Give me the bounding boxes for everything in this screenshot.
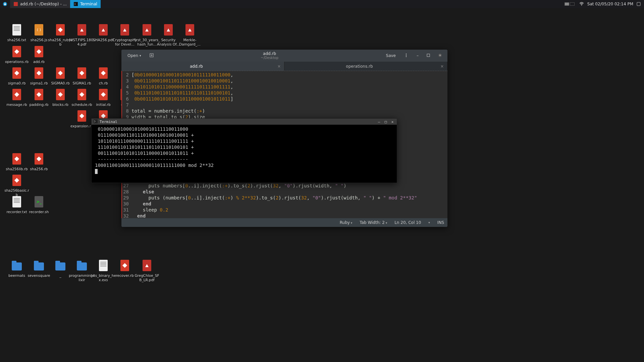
desktop-icon[interactable]: sha256basic.rb [3, 174, 30, 197]
desktop-icon-label: sha256.txt [7, 38, 26, 42]
minimize-icon[interactable]: – [377, 120, 381, 124]
desktop-icon-label: Merkle-Damgard_... [176, 38, 203, 46]
desktop-icon[interactable]: Merkle-Damgard_... [176, 23, 203, 46]
desktop-icon-label: add.rb [33, 60, 45, 64]
desktop-icon-label: SIGMA1.rb [72, 81, 91, 85]
rb-file-icon [34, 88, 44, 101]
maximize-icon[interactable]: □ [383, 120, 388, 124]
editor-tab[interactable]: add.rb× [121, 62, 284, 71]
rb-file-icon [76, 66, 87, 80]
txt-file-icon [98, 259, 109, 272]
svg-point-6 [406, 53, 407, 54]
desktop-icon[interactable]: sha256.rb [25, 152, 52, 171]
folder-file-icon [34, 259, 44, 272]
desktop-icon-label: operations.rb [5, 60, 29, 64]
hamburger-menu-icon[interactable] [401, 52, 411, 60]
header-title: add.rb ~/Desktop [159, 52, 381, 60]
tab-width-selector[interactable]: Tab Width: 2 [360, 220, 387, 225]
desktop-icon-label: beermats [8, 274, 25, 278]
svg-rect-11 [94, 119, 98, 123]
folder-file-icon [76, 259, 87, 272]
tab-label: operations.rb [284, 64, 434, 69]
terminal-titlebar[interactable]: Terminal – □ ✕ [92, 119, 397, 125]
rb-file-icon [76, 109, 87, 123]
svg-point-7 [406, 55, 407, 55]
terminal-body[interactable]: 01000010100010100010111110011000 0111000… [92, 125, 397, 183]
terminal-title: Terminal [100, 120, 117, 124]
clock[interactable]: Sat 02/05/20 02:14 PM [587, 2, 633, 6]
maximize-icon[interactable] [424, 52, 433, 59]
new-tab-button[interactable] [147, 52, 156, 60]
dropdown-icon[interactable]: ▾ [428, 221, 430, 224]
terminal-window: Terminal – □ ✕ 0100001010001010001011111… [91, 118, 397, 183]
svg-rect-2 [74, 2, 78, 6]
desktop-icon-label: recorder.txt [6, 210, 27, 214]
notification-icon[interactable] [637, 2, 641, 6]
pdf-file-icon [98, 23, 109, 37]
rb-file-icon [98, 66, 109, 80]
cursor-position: Ln 20, Col 10 [394, 220, 421, 225]
svg-point-3 [581, 5, 582, 6]
wifi-icon[interactable] [579, 2, 584, 6]
txt-file-icon [11, 23, 22, 37]
js-file-icon: { } [34, 23, 44, 37]
rb-file-icon [119, 259, 130, 272]
insert-mode: INS [437, 220, 444, 225]
tab-label: add.rb [121, 64, 271, 69]
tab-close-icon[interactable]: × [437, 64, 447, 69]
editor-tab[interactable]: operations.rb× [284, 62, 447, 71]
language-selector[interactable]: Ruby [340, 220, 353, 225]
rb-file-icon [11, 45, 22, 58]
task-label: add.rb (~/Desktop) - ... [20, 2, 67, 6]
desktop-icon[interactable]: >_recorder.sh [25, 195, 52, 214]
rb-file-icon [55, 23, 66, 37]
close-icon[interactable]: ✕ [390, 120, 395, 124]
open-button[interactable]: Open▾ [124, 52, 145, 59]
system-tray: Sat 02/05/20 02:14 PM [565, 0, 644, 8]
rb-file-icon [76, 88, 87, 101]
pdf-file-icon [76, 23, 87, 37]
desktop-icon-label: initial.rb [96, 103, 110, 107]
pdf-file-icon [184, 23, 195, 37]
rb-file-icon [55, 88, 66, 101]
rb-file-icon [11, 88, 22, 101]
whisker-menu-icon[interactable] [0, 0, 10, 8]
desktop-icon-label: _ [59, 274, 61, 278]
desktop-icon-label: SHA256.pdf [93, 38, 114, 42]
svg-rect-1 [14, 2, 18, 6]
pdf-file-icon [119, 23, 130, 37]
desktop-icon-label: recorder.sh [29, 210, 49, 214]
sh-file-icon: >_ [34, 195, 44, 208]
pdf-file-icon [163, 23, 174, 37]
task-item[interactable]: Terminal [70, 0, 101, 8]
desktop-icon-label: recover.rb [116, 274, 133, 278]
gedit-headerbar: Open▾ add.rb ~/Desktop Save – [121, 50, 447, 62]
desktop-icon[interactable]: ch.rb [90, 66, 117, 85]
top-panel: add.rb (~/Desktop) - ...Terminal Sat 02/… [0, 0, 644, 8]
pdf-file-icon [142, 259, 152, 272]
workspace-switcher[interactable] [565, 2, 575, 6]
gedit-statusbar: Ruby Tab Width: 2 Ln 20, Col 10 ▾ INS [121, 218, 447, 227]
rb-file-icon [34, 66, 44, 80]
desktop-icon-label: schedule.rb [71, 103, 92, 107]
minimize-icon[interactable]: – [414, 52, 421, 59]
rb-file-icon [34, 152, 44, 166]
desktop-icon[interactable]: GregChloe_SFB_LR.pdf [133, 259, 160, 282]
rb-file-icon [11, 66, 22, 80]
terminal-app-icon [94, 119, 98, 124]
desktop-icon-label: ch.rb [99, 81, 108, 85]
taskbar: add.rb (~/Desktop) - ...Terminal [10, 0, 101, 8]
tab-close-icon[interactable]: × [274, 64, 284, 69]
desktop-icon[interactable]: add.rb [25, 45, 52, 64]
pdf-file-icon [142, 23, 152, 37]
task-item[interactable]: add.rb (~/Desktop) - ... [10, 0, 70, 8]
gedit-tabs: add.rb×operations.rb× [121, 62, 447, 71]
save-button[interactable]: Save [383, 52, 398, 59]
desktop-icon-label: blocks.rb [52, 103, 68, 107]
task-label: Terminal [80, 2, 97, 6]
svg-rect-9 [427, 54, 430, 57]
app-icon [13, 2, 18, 6]
desktop-icon-label: SIGMA0.rb [51, 81, 69, 85]
rb-file-icon [11, 152, 22, 166]
close-icon[interactable] [435, 52, 445, 60]
